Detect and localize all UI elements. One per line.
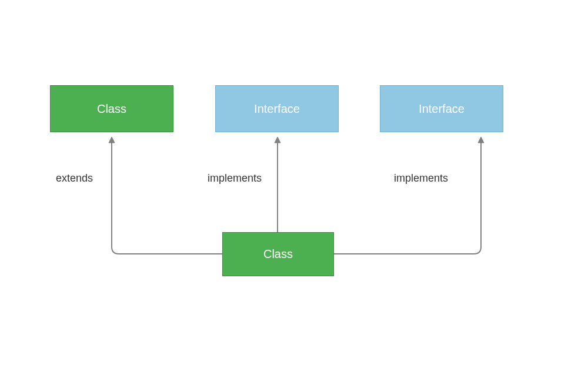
edge-implements-2 [334,140,481,254]
edge-label-implements-2: implements [394,172,448,185]
interface-node-1: Interface [215,85,339,132]
node-label: Class [97,102,126,116]
node-label: Interface [254,102,300,116]
node-label: Class [263,247,293,261]
node-label: Interface [419,102,465,116]
connectors-svg [0,0,588,382]
edge-label-extends: extends [56,172,93,185]
class-node-child: Class [222,232,334,276]
edge-label-implements-1: implements [208,172,262,185]
interface-node-2: Interface [380,85,503,132]
edge-extends [112,140,222,254]
class-node-parent: Class [50,85,173,132]
